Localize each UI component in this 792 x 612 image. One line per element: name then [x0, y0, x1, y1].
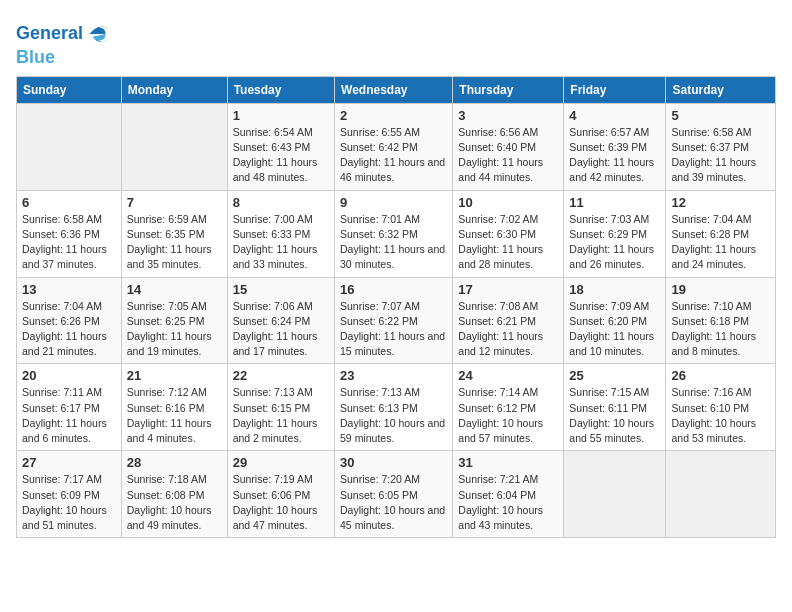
day-number: 19: [671, 282, 770, 297]
day-info: Sunrise: 6:58 AM Sunset: 6:37 PM Dayligh…: [671, 125, 770, 186]
header-saturday: Saturday: [666, 76, 776, 103]
day-info: Sunrise: 6:57 AM Sunset: 6:39 PM Dayligh…: [569, 125, 660, 186]
day-info: Sunrise: 7:00 AM Sunset: 6:33 PM Dayligh…: [233, 212, 329, 273]
day-cell: 12Sunrise: 7:04 AM Sunset: 6:28 PM Dayli…: [666, 190, 776, 277]
day-cell: 10Sunrise: 7:02 AM Sunset: 6:30 PM Dayli…: [453, 190, 564, 277]
header-tuesday: Tuesday: [227, 76, 334, 103]
day-cell: 15Sunrise: 7:06 AM Sunset: 6:24 PM Dayli…: [227, 277, 334, 364]
day-info: Sunrise: 7:19 AM Sunset: 6:06 PM Dayligh…: [233, 472, 329, 533]
day-info: Sunrise: 7:04 AM Sunset: 6:28 PM Dayligh…: [671, 212, 770, 273]
day-info: Sunrise: 7:04 AM Sunset: 6:26 PM Dayligh…: [22, 299, 116, 360]
day-number: 14: [127, 282, 222, 297]
week-row-1: 6Sunrise: 6:58 AM Sunset: 6:36 PM Daylig…: [17, 190, 776, 277]
header-friday: Friday: [564, 76, 666, 103]
day-cell: 4Sunrise: 6:57 AM Sunset: 6:39 PM Daylig…: [564, 103, 666, 190]
day-cell: 16Sunrise: 7:07 AM Sunset: 6:22 PM Dayli…: [335, 277, 453, 364]
day-info: Sunrise: 7:06 AM Sunset: 6:24 PM Dayligh…: [233, 299, 329, 360]
day-number: 13: [22, 282, 116, 297]
day-cell: 7Sunrise: 6:59 AM Sunset: 6:35 PM Daylig…: [121, 190, 227, 277]
day-info: Sunrise: 7:20 AM Sunset: 6:05 PM Dayligh…: [340, 472, 447, 533]
day-number: 21: [127, 368, 222, 383]
day-cell: [564, 451, 666, 538]
day-cell: 9Sunrise: 7:01 AM Sunset: 6:32 PM Daylig…: [335, 190, 453, 277]
day-cell: 6Sunrise: 6:58 AM Sunset: 6:36 PM Daylig…: [17, 190, 122, 277]
day-cell: 1Sunrise: 6:54 AM Sunset: 6:43 PM Daylig…: [227, 103, 334, 190]
day-cell: 27Sunrise: 7:17 AM Sunset: 6:09 PM Dayli…: [17, 451, 122, 538]
day-cell: [17, 103, 122, 190]
day-cell: 11Sunrise: 7:03 AM Sunset: 6:29 PM Dayli…: [564, 190, 666, 277]
day-info: Sunrise: 7:10 AM Sunset: 6:18 PM Dayligh…: [671, 299, 770, 360]
day-number: 18: [569, 282, 660, 297]
day-cell: 30Sunrise: 7:20 AM Sunset: 6:05 PM Dayli…: [335, 451, 453, 538]
day-number: 6: [22, 195, 116, 210]
day-info: Sunrise: 7:15 AM Sunset: 6:11 PM Dayligh…: [569, 385, 660, 446]
day-cell: 18Sunrise: 7:09 AM Sunset: 6:20 PM Dayli…: [564, 277, 666, 364]
day-number: 16: [340, 282, 447, 297]
day-number: 20: [22, 368, 116, 383]
day-cell: 24Sunrise: 7:14 AM Sunset: 6:12 PM Dayli…: [453, 364, 564, 451]
day-info: Sunrise: 6:54 AM Sunset: 6:43 PM Dayligh…: [233, 125, 329, 186]
day-number: 4: [569, 108, 660, 123]
day-cell: 29Sunrise: 7:19 AM Sunset: 6:06 PM Dayli…: [227, 451, 334, 538]
day-cell: 8Sunrise: 7:00 AM Sunset: 6:33 PM Daylig…: [227, 190, 334, 277]
day-number: 25: [569, 368, 660, 383]
day-cell: 23Sunrise: 7:13 AM Sunset: 6:13 PM Dayli…: [335, 364, 453, 451]
header-monday: Monday: [121, 76, 227, 103]
day-cell: 20Sunrise: 7:11 AM Sunset: 6:17 PM Dayli…: [17, 364, 122, 451]
day-cell: 31Sunrise: 7:21 AM Sunset: 6:04 PM Dayli…: [453, 451, 564, 538]
day-info: Sunrise: 7:01 AM Sunset: 6:32 PM Dayligh…: [340, 212, 447, 273]
day-number: 27: [22, 455, 116, 470]
day-info: Sunrise: 7:02 AM Sunset: 6:30 PM Dayligh…: [458, 212, 558, 273]
day-info: Sunrise: 7:09 AM Sunset: 6:20 PM Dayligh…: [569, 299, 660, 360]
logo-text2: Blue: [16, 48, 113, 68]
day-number: 9: [340, 195, 447, 210]
day-cell: 13Sunrise: 7:04 AM Sunset: 6:26 PM Dayli…: [17, 277, 122, 364]
day-cell: 25Sunrise: 7:15 AM Sunset: 6:11 PM Dayli…: [564, 364, 666, 451]
day-number: 11: [569, 195, 660, 210]
day-number: 17: [458, 282, 558, 297]
day-info: Sunrise: 6:55 AM Sunset: 6:42 PM Dayligh…: [340, 125, 447, 186]
day-cell: [666, 451, 776, 538]
week-row-0: 1Sunrise: 6:54 AM Sunset: 6:43 PM Daylig…: [17, 103, 776, 190]
day-number: 30: [340, 455, 447, 470]
day-number: 31: [458, 455, 558, 470]
day-info: Sunrise: 7:18 AM Sunset: 6:08 PM Dayligh…: [127, 472, 222, 533]
day-number: 3: [458, 108, 558, 123]
day-info: Sunrise: 7:14 AM Sunset: 6:12 PM Dayligh…: [458, 385, 558, 446]
day-cell: [121, 103, 227, 190]
calendar-body: 1Sunrise: 6:54 AM Sunset: 6:43 PM Daylig…: [17, 103, 776, 537]
day-info: Sunrise: 7:11 AM Sunset: 6:17 PM Dayligh…: [22, 385, 116, 446]
day-info: Sunrise: 7:03 AM Sunset: 6:29 PM Dayligh…: [569, 212, 660, 273]
day-info: Sunrise: 7:17 AM Sunset: 6:09 PM Dayligh…: [22, 472, 116, 533]
header-sunday: Sunday: [17, 76, 122, 103]
day-number: 7: [127, 195, 222, 210]
day-cell: 3Sunrise: 6:56 AM Sunset: 6:40 PM Daylig…: [453, 103, 564, 190]
day-cell: 19Sunrise: 7:10 AM Sunset: 6:18 PM Dayli…: [666, 277, 776, 364]
day-info: Sunrise: 6:56 AM Sunset: 6:40 PM Dayligh…: [458, 125, 558, 186]
day-info: Sunrise: 6:59 AM Sunset: 6:35 PM Dayligh…: [127, 212, 222, 273]
day-cell: 28Sunrise: 7:18 AM Sunset: 6:08 PM Dayli…: [121, 451, 227, 538]
day-number: 8: [233, 195, 329, 210]
day-info: Sunrise: 7:07 AM Sunset: 6:22 PM Dayligh…: [340, 299, 447, 360]
day-cell: 2Sunrise: 6:55 AM Sunset: 6:42 PM Daylig…: [335, 103, 453, 190]
day-number: 2: [340, 108, 447, 123]
week-row-4: 27Sunrise: 7:17 AM Sunset: 6:09 PM Dayli…: [17, 451, 776, 538]
header-wednesday: Wednesday: [335, 76, 453, 103]
calendar-table: SundayMondayTuesdayWednesdayThursdayFrid…: [16, 76, 776, 538]
day-info: Sunrise: 7:13 AM Sunset: 6:15 PM Dayligh…: [233, 385, 329, 446]
day-number: 29: [233, 455, 329, 470]
logo: General Blue: [16, 20, 113, 68]
day-number: 12: [671, 195, 770, 210]
day-number: 23: [340, 368, 447, 383]
day-number: 22: [233, 368, 329, 383]
day-cell: 14Sunrise: 7:05 AM Sunset: 6:25 PM Dayli…: [121, 277, 227, 364]
calendar-header-row: SundayMondayTuesdayWednesdayThursdayFrid…: [17, 76, 776, 103]
day-info: Sunrise: 7:16 AM Sunset: 6:10 PM Dayligh…: [671, 385, 770, 446]
header-thursday: Thursday: [453, 76, 564, 103]
day-number: 1: [233, 108, 329, 123]
page-header: General Blue: [16, 16, 776, 68]
day-number: 15: [233, 282, 329, 297]
day-number: 5: [671, 108, 770, 123]
day-cell: 5Sunrise: 6:58 AM Sunset: 6:37 PM Daylig…: [666, 103, 776, 190]
day-cell: 17Sunrise: 7:08 AM Sunset: 6:21 PM Dayli…: [453, 277, 564, 364]
